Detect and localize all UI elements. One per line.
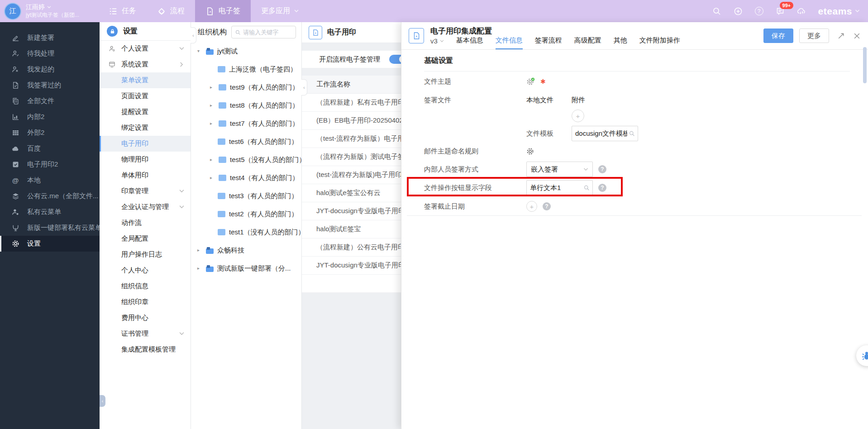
attachment-option[interactable]: 附件 bbox=[572, 96, 585, 105]
settings-item-action-flow[interactable]: 动作流 bbox=[100, 215, 191, 231]
file-template-field[interactable] bbox=[572, 126, 638, 141]
tab-file-info[interactable]: 文件信息 bbox=[496, 36, 523, 49]
cloud-sync-icon[interactable] bbox=[797, 7, 806, 16]
settings-item-binding[interactable]: 绑定设置 bbox=[100, 120, 191, 136]
tree-node[interactable]: test3（有人员的部门） bbox=[191, 187, 301, 205]
caret-down-icon[interactable] bbox=[197, 49, 202, 53]
sidebar-item-internal2[interactable]: 内部2 bbox=[0, 109, 100, 125]
tab-other[interactable]: 其他 bbox=[614, 36, 627, 49]
workflow-collapse-handle[interactable] bbox=[301, 79, 307, 95]
nav-tab-tasks[interactable]: 任务 bbox=[98, 0, 147, 22]
caret-right-icon[interactable] bbox=[210, 121, 215, 126]
settings-item-seal-mgmt[interactable]: 印章管理 bbox=[100, 183, 191, 199]
tree-node[interactable]: test4（有人员的部门） bbox=[191, 169, 301, 187]
sidebar-item-public-cloud[interactable]: 公有云.me（全部文件... bbox=[0, 188, 100, 204]
tree-node[interactable]: test1（没有人员的部门） bbox=[191, 223, 301, 241]
sidebar-item-private-cloud[interactable]: 私有云菜单 bbox=[0, 204, 100, 220]
sidebar-item-signed[interactable]: 我签署过的 bbox=[0, 77, 100, 93]
tree-node[interactable]: 上海泛微（电子签四） bbox=[191, 60, 301, 78]
add-deadline-button[interactable] bbox=[526, 201, 537, 212]
caret-right-icon[interactable] bbox=[210, 103, 215, 108]
tree-node-root[interactable]: jyt测试 bbox=[191, 42, 301, 60]
notifications-icon[interactable]: 99+ bbox=[776, 7, 785, 16]
sidebar-item-eseal2[interactable]: 电子用印2 bbox=[0, 157, 100, 172]
sidebar-item-new-sign[interactable]: 新建签署 bbox=[0, 30, 100, 46]
settings-item-physical-seal[interactable]: 物理用印 bbox=[100, 152, 191, 167]
settings-item-page[interactable]: 页面设置 bbox=[100, 88, 191, 104]
sidebar-item-local[interactable]: @ 本地 bbox=[0, 172, 100, 188]
version-select[interactable]: v3 bbox=[430, 37, 444, 49]
brand-menu[interactable]: eteams bbox=[818, 6, 860, 17]
settings-item-eseal[interactable]: 电子用印 bbox=[100, 136, 191, 152]
file-template-input[interactable] bbox=[575, 130, 627, 138]
save-button[interactable]: 保存 bbox=[763, 29, 793, 43]
org-search-box[interactable] bbox=[231, 26, 296, 38]
help-icon[interactable] bbox=[543, 202, 551, 210]
sidebar-item-initiated[interactable]: 我发起的 bbox=[0, 62, 100, 77]
settings-item-enterprise-cert[interactable]: 企业认证与管理 bbox=[100, 199, 191, 215]
internal-sign-select[interactable]: 嵌入签署 bbox=[526, 162, 593, 177]
settings-item-user-log[interactable]: 用户操作日志 bbox=[100, 247, 191, 262]
tab-basic-info[interactable]: 基本信息 bbox=[456, 36, 483, 49]
sidebar-item-external2[interactable]: 外部2 bbox=[0, 125, 100, 141]
expand-icon[interactable] bbox=[837, 32, 845, 40]
settings-item-personal-center[interactable]: 个人中心 bbox=[100, 262, 191, 278]
caret-right-icon[interactable] bbox=[210, 85, 215, 90]
sidebar-collapse-handle[interactable] bbox=[100, 395, 105, 407]
nav-tab-more-apps[interactable]: 更多应用 bbox=[251, 0, 309, 22]
tree-node[interactable]: test5（没有人员的部门） bbox=[191, 151, 301, 169]
sidebar-item-new-deploy-private[interactable]: 新版一键部署私有云菜单 bbox=[0, 220, 100, 236]
settings-item-menu[interactable]: 菜单设置 bbox=[100, 72, 191, 88]
help-icon[interactable] bbox=[598, 184, 606, 192]
tree-node[interactable]: test7（有人员的部门） bbox=[191, 114, 301, 133]
help-icon[interactable] bbox=[598, 165, 606, 173]
tab-sign-flow[interactable]: 签署流程 bbox=[535, 36, 562, 49]
sidebar-item-all-files[interactable]: 全部文件 bbox=[0, 93, 100, 109]
sidebar-item-baidu[interactable]: 百度 bbox=[0, 141, 100, 157]
close-icon[interactable] bbox=[853, 32, 861, 40]
tree-node[interactable]: test6（有人员的部门） bbox=[191, 133, 301, 151]
user-menu[interactable]: 江 江雨婷 jyt测试电子签（新团... bbox=[0, 3, 79, 20]
caret-right-icon[interactable] bbox=[197, 248, 202, 253]
settings-item-integration-template[interactable]: 集成配置模板管理 bbox=[100, 342, 191, 358]
tree-node[interactable]: test8（有人员的部门） bbox=[191, 96, 301, 114]
file-button-field-input[interactable] bbox=[530, 184, 582, 192]
search-icon[interactable] bbox=[584, 185, 589, 191]
tree-node[interactable]: 测试新版一键部署（分... bbox=[191, 259, 301, 277]
avatar[interactable]: 江 bbox=[4, 3, 21, 20]
settings-item-org-info[interactable]: 组织信息 bbox=[100, 278, 191, 294]
search-icon[interactable] bbox=[712, 7, 721, 16]
scrollbar-thumb[interactable] bbox=[863, 47, 867, 83]
settings-item-personal[interactable]: 个人设置 bbox=[100, 41, 191, 57]
more-button[interactable]: 更多 bbox=[799, 29, 829, 43]
settings-item-system[interactable]: 系统设置 bbox=[100, 57, 191, 72]
settings-item-single-seal[interactable]: 单体用印 bbox=[100, 167, 191, 183]
settings-item-cert-mgmt[interactable]: 证书管理 bbox=[100, 326, 191, 342]
tab-file-extra-ops[interactable]: 文件附加操作 bbox=[639, 36, 680, 49]
org-collapse-handle[interactable] bbox=[191, 27, 196, 43]
gear-icon[interactable] bbox=[526, 148, 534, 155]
local-file-option[interactable]: 本地文件 bbox=[526, 96, 572, 105]
gear-check-icon[interactable] bbox=[526, 77, 535, 86]
settings-item-org-seal[interactable]: 组织印章 bbox=[100, 294, 191, 310]
sidebar-item-pending[interactable]: 待我处理 bbox=[0, 46, 100, 62]
org-search-input[interactable] bbox=[243, 29, 292, 36]
add-icon[interactable] bbox=[734, 7, 743, 16]
settings-item-reminder[interactable]: 提醒设置 bbox=[100, 104, 191, 120]
add-attachment-button[interactable] bbox=[572, 110, 584, 122]
tree-node[interactable]: 众畅科技 bbox=[191, 241, 301, 259]
caret-right-icon[interactable] bbox=[210, 157, 215, 162]
sidebar-item-settings[interactable]: 设置 bbox=[0, 236, 100, 252]
caret-right-icon[interactable] bbox=[210, 176, 215, 180]
nav-tab-esign[interactable]: 电子签 bbox=[195, 0, 251, 22]
tree-node[interactable]: test2（有人员的部门） bbox=[191, 205, 301, 223]
settings-item-global-config[interactable]: 全局配置 bbox=[100, 231, 191, 247]
tab-advanced[interactable]: 高级配置 bbox=[574, 36, 601, 49]
settings-item-billing-center[interactable]: 费用中心 bbox=[100, 310, 191, 326]
help-icon[interactable] bbox=[755, 7, 763, 15]
nav-tab-workflow[interactable]: 流程 bbox=[147, 0, 195, 22]
file-button-field[interactable] bbox=[526, 180, 593, 195]
tree-node[interactable]: test9（有人员的部门） bbox=[191, 78, 301, 96]
search-icon[interactable] bbox=[629, 130, 634, 137]
caret-right-icon[interactable] bbox=[197, 266, 202, 271]
